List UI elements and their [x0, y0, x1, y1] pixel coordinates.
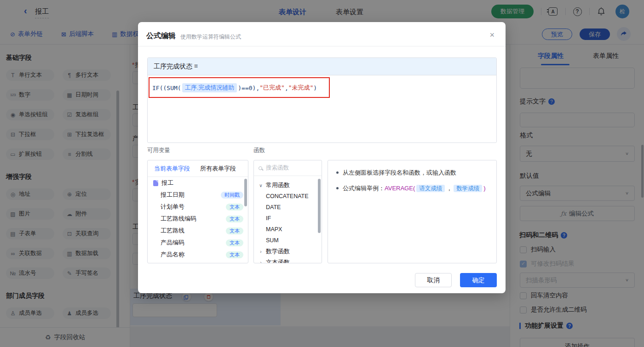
chevron-right-icon: ›	[259, 260, 263, 264]
bullet-icon	[336, 187, 339, 189]
variables-tabs: 当前表单字段 所有表单字段	[148, 160, 248, 177]
function-group-name: 数学函数	[266, 247, 290, 256]
variable-item[interactable]: 报工日期时间戳	[148, 189, 248, 201]
variable-name: 报工日期	[161, 191, 184, 199]
tab-current-form-fields[interactable]: 当前表单字段	[154, 165, 190, 173]
function-item[interactable]: CONCATENATE	[254, 191, 322, 202]
variable-name: 计划单号	[161, 203, 184, 211]
function-group[interactable]: ∨常用函数	[254, 180, 322, 191]
variable-root-item[interactable]: 报工	[148, 177, 248, 189]
variable-item[interactable]: 产品名称文本	[148, 249, 248, 261]
function-tree: ∨常用函数CONCATENATEDATEIFMAPXSUM›数学函数›文本函数	[254, 176, 322, 263]
tab-all-form-fields[interactable]: 所有表单字段	[200, 165, 236, 173]
variable-type-badge: 文本	[226, 228, 243, 234]
confirm-button[interactable]: 确定	[460, 273, 497, 287]
variable-item[interactable]: 工艺路线文本	[148, 225, 248, 237]
variable-item[interactable]: 工艺路线编码文本	[148, 213, 248, 225]
function-item[interactable]: DATE	[254, 202, 322, 213]
close-icon[interactable]: ×	[489, 30, 494, 40]
form-doc-icon	[153, 180, 158, 186]
modal-subtitle: 使用数学运算符编辑公式	[180, 33, 241, 41]
chevron-down-icon: ∨	[259, 183, 263, 188]
variable-list: 报工日期时间戳计划单号文本工艺路线编码文本工艺路线文本产品编码文本产品名称文本	[148, 189, 248, 261]
variables-scrollbar[interactable]	[244, 179, 247, 206]
bullet-icon	[336, 171, 339, 174]
variables-label: 可用变量	[147, 147, 170, 154]
variable-type-badge: 时间戳	[221, 192, 243, 199]
example-token: 语文成绩	[416, 185, 445, 192]
search-placeholder: 搜索函数	[266, 164, 289, 172]
function-group[interactable]: ›数学函数	[254, 246, 322, 257]
variable-item[interactable]: 产品编码文本	[148, 237, 248, 249]
variable-type-badge: 文本	[226, 239, 243, 246]
variable-type-badge: 文本	[226, 216, 243, 222]
formula-editor: 工序完成状态 = IF((SUM(工序.完成情况辅助)==0),"已完成","未…	[147, 57, 497, 143]
function-item[interactable]: SUM	[254, 235, 322, 246]
formula-edit-modal: 公式编辑 使用数学运算符编辑公式 × 工序完成状态 = IF((SUM(工序.完…	[138, 22, 506, 293]
cancel-button[interactable]: 取消	[415, 273, 452, 287]
function-item[interactable]: IF	[254, 213, 322, 224]
app-root: ‹ 报工 表单设计 表单设置 数据管理 A ? 检 ⊘ 表单外链 ⊠ 后端脚本 …	[0, 0, 644, 347]
functions-panel: 搜索函数 ∨常用函数CONCATENATEDATEIFMAPXSUM›数学函数›…	[253, 160, 322, 263]
variable-item[interactable]: 计划单号文本	[148, 201, 248, 213]
function-group-name: 常用函数	[266, 181, 290, 189]
function-item[interactable]: MAPX	[254, 224, 322, 235]
variable-name: 产品编码	[161, 239, 184, 247]
function-group[interactable]: ›文本函数	[254, 257, 322, 263]
functions-label: 函数	[253, 147, 265, 154]
variable-name: 产品名称	[161, 250, 184, 259]
functions-scrollbar[interactable]	[318, 179, 321, 233]
function-group-name: 文本函数	[266, 258, 290, 263]
variable-type-badge: 文本	[226, 251, 243, 258]
variable-name: 工艺路线	[161, 227, 184, 235]
help-panel: 从左侧面板选择字段名和函数，或输入函数 公式编辑举例：AVERAGE(语文成绩，…	[328, 160, 497, 263]
function-search-input[interactable]: 搜索函数	[254, 160, 322, 176]
formula-input[interactable]: IF((SUM(工序.完成情况辅助)==0),"已完成","未完成")	[152, 83, 317, 92]
formula-target-label: 工序完成状态 =	[148, 58, 496, 75]
example-token: 数学成绩	[454, 185, 482, 192]
search-icon	[259, 166, 262, 170]
variable-type-badge: 文本	[226, 204, 243, 210]
help-line-1: 从左侧面板选择字段名和函数，或输入函数	[336, 169, 489, 177]
chevron-right-icon: ›	[259, 249, 263, 254]
divider	[138, 46, 506, 46]
variables-panel: 当前表单字段 所有表单字段 报工 报工日期时间戳计划单号文本工艺路线编码文本工艺…	[147, 160, 248, 263]
field-token[interactable]: 工序.完成情况辅助	[182, 83, 237, 92]
variable-name: 工艺路线编码	[161, 215, 196, 223]
modal-title: 公式编辑	[146, 31, 176, 41]
help-line-2: 公式编辑举例：AVERAGE(语文成绩，数学成绩)	[336, 184, 489, 193]
